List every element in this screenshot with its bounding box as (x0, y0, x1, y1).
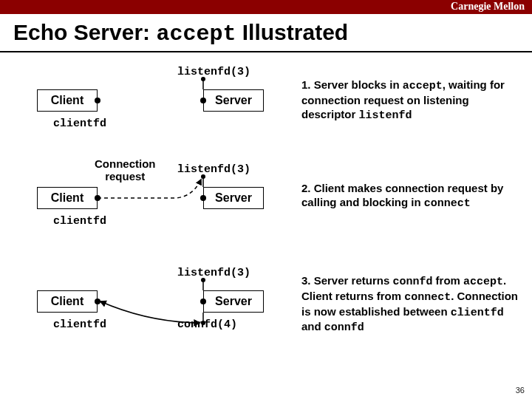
c3-code3: connect (404, 291, 451, 304)
c3-code4: clientfd (451, 307, 504, 319)
caption-1: 1. Server blocks in accept, waiting for … (301, 78, 523, 123)
caption-3: 3. Server returns connfd from accept. Cl… (301, 274, 523, 335)
connection-request-label: Connection request (95, 157, 156, 183)
c3-e: and (301, 320, 324, 332)
title-post: Illustrated (236, 20, 348, 44)
page-number: 36 (516, 386, 525, 395)
c1-a: 1. Server blocks in (301, 78, 403, 91)
c3-code1: connfd (392, 276, 432, 288)
client-box-1: Client (37, 89, 98, 112)
c2-a: 2. Client makes connection request by ca… (301, 182, 503, 208)
server-box-3: Server (203, 290, 264, 313)
c1-code1: accept (403, 80, 443, 92)
c2-code: connect (424, 197, 471, 210)
server-box-1: Server (203, 89, 264, 112)
c3-b: from (432, 274, 463, 287)
listenfd-label-2: listenfd(3) (177, 163, 250, 176)
org-bar: Carnegie Mellon (0, 0, 532, 14)
c3-code5: connfd (324, 321, 364, 334)
clientfd-label-1: clientfd (53, 117, 106, 130)
connfd-label: connfd(4) (177, 318, 237, 331)
diagram-stage: listenfd(3) Client Server clientfd 1. Se… (0, 52, 532, 378)
listenfd-label-1: listenfd(3) (177, 66, 250, 78)
caption-2: 2. Client makes connection request by ca… (301, 182, 523, 211)
listenfd-label-3: listenfd(3) (177, 267, 250, 279)
server-box-2: Server (203, 187, 264, 209)
clientfd-label-2: clientfd (53, 215, 106, 228)
org-name: Carnegie Mellon (451, 1, 525, 12)
client-box-3: Client (37, 290, 98, 313)
title-pre: Echo Server: (13, 20, 156, 44)
client-box-2: Client (37, 187, 98, 209)
clientfd-label-3: clientfd (53, 318, 106, 331)
title-code: accept (156, 21, 236, 47)
c3-code2: accept (463, 276, 503, 288)
c3-a: 3. Server returns (301, 274, 392, 287)
c1-code2: listenfd (359, 109, 412, 122)
slide-title: Echo Server: accept Illustrated (0, 14, 532, 52)
